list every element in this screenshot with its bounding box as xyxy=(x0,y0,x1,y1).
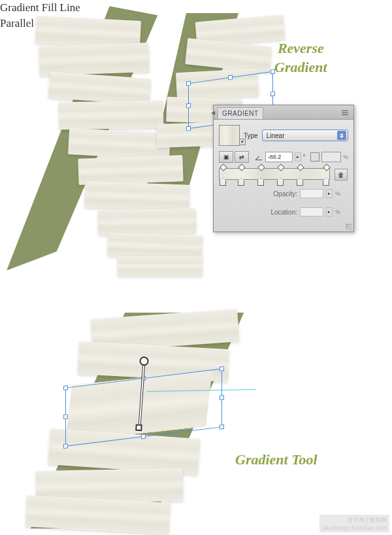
gradient-ramp[interactable]: 🗑 xyxy=(219,168,330,180)
location-label: Location: xyxy=(265,209,297,216)
color-stop[interactable] xyxy=(220,178,226,186)
panel-tab-gradient[interactable]: GRADIENT xyxy=(218,107,263,119)
gradient-swatch-preview[interactable]: ▾ xyxy=(219,125,240,146)
location-stepper-icon[interactable]: ▸ xyxy=(326,207,333,216)
bandage-strip xyxy=(84,181,189,211)
opacity-stop[interactable] xyxy=(323,164,330,171)
panel-menu-button[interactable] xyxy=(342,108,351,117)
color-stop[interactable] xyxy=(323,178,329,186)
bandage-strip xyxy=(59,101,164,130)
stroke-fill-toggle[interactable]: ▣ xyxy=(219,151,233,163)
selection-handle[interactable] xyxy=(220,424,224,430)
bandage-strip xyxy=(98,209,197,235)
annotation-gradient-tool: Gradient Tool xyxy=(235,451,318,468)
selection-handle[interactable] xyxy=(141,434,146,440)
bandage-strip xyxy=(107,232,203,259)
aspect-ratio-icon xyxy=(310,152,319,162)
lower-artwork xyxy=(26,313,248,528)
color-stop[interactable] xyxy=(257,178,264,186)
location-input[interactable] xyxy=(300,207,323,216)
selection-handle[interactable] xyxy=(220,395,224,400)
color-stop[interactable] xyxy=(277,178,284,186)
bandage-strip xyxy=(68,128,171,160)
angle-stepper-icon[interactable]: ▸ xyxy=(295,152,301,162)
opacity-label: Opacity: xyxy=(265,190,297,198)
panel-header[interactable]: ◀ GRADIENT xyxy=(214,105,353,120)
panel-collapse-button[interactable]: ◀ xyxy=(210,108,216,117)
bandage-strip xyxy=(48,72,151,105)
selection-handle[interactable] xyxy=(63,443,68,449)
color-stop[interactable] xyxy=(297,178,303,186)
bandage-strip xyxy=(176,69,259,100)
bandage-strip xyxy=(39,43,149,76)
gradient-panel[interactable]: ◀ GRADIENT ▾ Type Linear ▣ ⇄ xyxy=(213,105,354,232)
opacity-stop[interactable] xyxy=(220,164,227,171)
selection-handle[interactable] xyxy=(270,91,275,96)
bandage-strip xyxy=(78,155,183,185)
panel-body: ▾ Type Linear ▣ ⇄ -88.2 ▸ ° xyxy=(214,120,353,224)
panel-resize-grip[interactable] xyxy=(346,224,352,230)
selection-handle[interactable] xyxy=(63,414,68,419)
annotation-reverse-gradient: Reverse Gradient xyxy=(274,39,327,77)
opacity-input[interactable] xyxy=(300,189,323,198)
delete-stop-button[interactable]: 🗑 xyxy=(335,169,348,181)
reverse-gradient-button[interactable]: ⇄ xyxy=(235,151,249,163)
bandage-strip xyxy=(118,256,203,276)
opacity-stop[interactable] xyxy=(297,164,304,171)
watermark: 查字典 | 教程网 jiaocheng.chazidian.com xyxy=(319,515,389,532)
dropdown-arrows-icon xyxy=(337,131,346,140)
aspect-input[interactable] xyxy=(321,152,341,162)
selection-handle[interactable] xyxy=(220,366,224,371)
opacity-stop[interactable] xyxy=(238,164,245,171)
color-stop[interactable] xyxy=(238,178,244,186)
angle-icon xyxy=(254,152,263,162)
opacity-stop[interactable] xyxy=(277,164,284,171)
type-label: Type xyxy=(244,132,258,139)
opacity-stop[interactable] xyxy=(257,164,265,171)
opacity-stepper-icon[interactable]: ▸ xyxy=(326,189,333,198)
selection-handle[interactable] xyxy=(63,385,68,390)
gradient-end-handle[interactable] xyxy=(135,424,142,431)
type-select-dropdown[interactable]: Linear xyxy=(262,129,348,141)
swatch-dropdown-icon[interactable]: ▾ xyxy=(239,139,246,145)
angle-input[interactable]: -88.2 xyxy=(265,152,293,162)
